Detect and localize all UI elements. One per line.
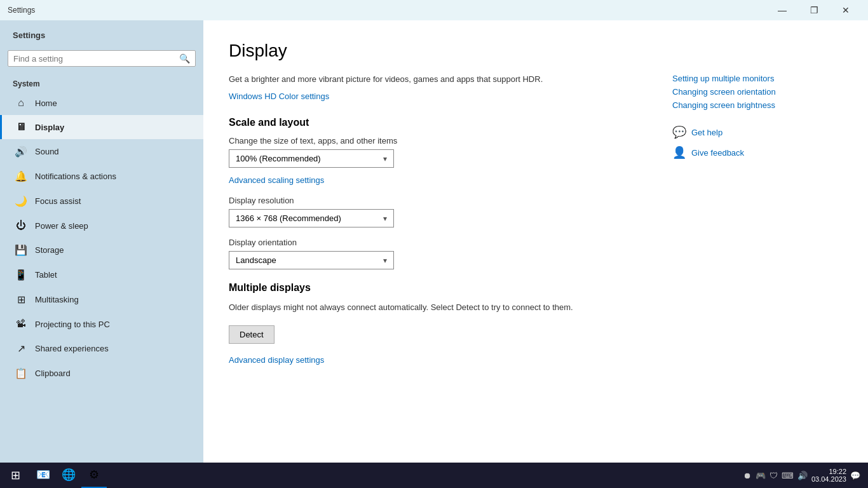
- taskbar-app-icon-1: 🌐: [62, 468, 76, 482]
- sidebar-item-icon-notifications: 🔔: [15, 170, 27, 182]
- taskbar-apps: 📧🌐⚙: [31, 463, 107, 488]
- sidebar-item-focus[interactable]: 🌙 Focus assist: [0, 189, 203, 214]
- sidebar-item-sound[interactable]: 🔊 Sound: [0, 139, 203, 164]
- titlebar-title: Settings: [8, 6, 35, 15]
- taskbar-time-display: 19:22: [811, 468, 846, 475]
- taskbar-app-chrome[interactable]: 🌐: [56, 463, 81, 488]
- search-box[interactable]: 🔍: [8, 50, 196, 67]
- sidebar-item-icon-display: 🖥: [15, 121, 27, 133]
- search-input[interactable]: [13, 54, 179, 64]
- close-button[interactable]: ✕: [831, 0, 860, 20]
- sidebar-item-shared[interactable]: ↗ Shared experiences: [0, 336, 203, 361]
- taskbar-app-mail[interactable]: 📧: [31, 463, 56, 488]
- orientation-label: Display orientation: [229, 238, 647, 247]
- orientation-dropdown-arrow: ▾: [383, 256, 387, 265]
- right-link-2[interactable]: Changing screen brightness: [672, 100, 837, 110]
- hdr-section: Get a brighter and more vibrant picture …: [229, 74, 647, 102]
- sidebar-item-multitasking[interactable]: ⊞ Multitasking: [0, 287, 203, 312]
- taskbar-system-icon-network[interactable]: 🛡: [770, 471, 778, 480]
- taskbar-clock[interactable]: 19:22 03.04.2023: [811, 468, 846, 483]
- scale-dropdown[interactable]: 100% (Recommended) ▾: [229, 149, 394, 168]
- windows-hd-color-link[interactable]: Windows HD Color settings: [229, 92, 329, 101]
- content-inner: Get a brighter and more vibrant picture …: [229, 74, 837, 365]
- resolution-field: Display resolution 868 × 488 (Recommend…: [229, 196, 647, 227]
- sidebar-item-label-home: Home: [35, 98, 57, 108]
- taskbar-app-icon-2: ⚙: [89, 468, 99, 482]
- taskbar-notification-icon[interactable]: 💬: [850, 471, 860, 480]
- taskbar-system-icon-keyboard[interactable]: ⌨: [782, 471, 794, 480]
- page-title: Display: [229, 41, 837, 61]
- content-right: Setting up multiple monitorsChanging scr…: [672, 74, 837, 365]
- sidebar-item-label-power: Power & sleep: [35, 221, 88, 231]
- sidebar-item-label-clipboard: Clipboard: [35, 369, 71, 378]
- right-action-icon-0: 💬: [672, 125, 686, 139]
- sidebar-item-clipboard[interactable]: 📋 Clipboard: [0, 361, 203, 386]
- right-action-icon-1: 👤: [672, 146, 686, 159]
- right-link-1[interactable]: Changing screen orientation: [672, 87, 837, 97]
- titlebar-controls: — ❐ ✕: [768, 0, 860, 20]
- sidebar: Settings 🔍 System ⌂ Home 🖥 Display 🔊 Sou…: [0, 20, 203, 463]
- scale-section-title: Scale and layout: [229, 117, 647, 128]
- start-button[interactable]: ⊞: [3, 463, 28, 488]
- multiple-displays-desc: Older displays might not always connect …: [229, 301, 647, 314]
- right-link-0[interactable]: Setting up multiple monitors: [672, 74, 837, 83]
- taskbar-system-icon-record[interactable]: ⏺: [743, 471, 752, 480]
- maximize-button[interactable]: ❐: [799, 0, 829, 20]
- scale-value: 100% (Recommended): [236, 154, 321, 163]
- hdr-description: Get a brighter and more vibrant picture …: [229, 74, 647, 85]
- orientation-dropdown[interactable]: Landscape ▾: [229, 251, 394, 269]
- sidebar-item-display[interactable]: 🖥 Display: [0, 115, 203, 139]
- app-body: Settings 🔍 System ⌂ Home 🖥 Display 🔊 Sou…: [0, 20, 868, 463]
- sidebar-item-home[interactable]: ⌂ Home: [0, 91, 203, 115]
- right-action-label-0: Get help: [691, 128, 722, 137]
- resolution-dropdown[interactable]: 868 × 488 (Recommended) ▾: [229, 209, 394, 227]
- orientation-value: Landscape: [236, 255, 276, 265]
- sidebar-item-icon-sound: 🔊: [15, 146, 27, 158]
- sidebar-item-label-tablet: Tablet: [35, 270, 57, 280]
- content-main: Get a brighter and more vibrant picture …: [229, 74, 647, 365]
- advanced-scaling-link[interactable]: Advanced scaling settings: [229, 175, 324, 185]
- scale-dropdown-arrow: ▾: [383, 154, 387, 163]
- sidebar-item-icon-home: ⌂: [15, 97, 27, 109]
- sidebar-item-icon-multitasking: ⊞: [15, 294, 27, 306]
- sidebar-item-notifications[interactable]: 🔔 Notifications & actions: [0, 164, 203, 189]
- resolution-label: Display resolution: [229, 196, 647, 205]
- taskbar-right: ⏺ 🎮 🛡 ⌨ 🔊 19:22 03.04.2023 💬: [743, 468, 865, 483]
- sidebar-item-label-storage: Storage: [35, 245, 64, 255]
- taskbar-app-settings[interactable]: ⚙: [81, 463, 107, 488]
- scale-field: Change the size of text, apps, and other…: [229, 136, 647, 186]
- multiple-displays-title: Multiple displays: [229, 282, 647, 294]
- right-action-1[interactable]: 👤 Give feedback: [672, 146, 837, 159]
- sidebar-item-label-sound: Sound: [35, 147, 59, 156]
- advanced-display-link[interactable]: Advanced display settings: [229, 355, 324, 365]
- sidebar-item-projecting[interactable]: 📽 Projecting to this PC: [0, 312, 203, 336]
- sidebar-item-icon-power: ⏻: [15, 220, 27, 231]
- right-actions: 💬 Get help 👤 Give feedback: [672, 125, 837, 159]
- titlebar: Settings — ❐ ✕: [0, 0, 868, 20]
- taskbar-system-icon-gpu[interactable]: 🎮: [756, 471, 766, 480]
- windows-icon: ⊞: [11, 468, 20, 482]
- right-action-0[interactable]: 💬 Get help: [672, 125, 837, 139]
- orientation-field: Display orientation Landscape ▾: [229, 238, 647, 269]
- sidebar-item-label-display: Display: [35, 123, 64, 132]
- taskbar-date-display: 03.04.2023: [811, 475, 846, 483]
- sidebar-item-power[interactable]: ⏻ Power & sleep: [0, 214, 203, 238]
- sidebar-item-icon-focus: 🌙: [15, 195, 27, 207]
- content-area: Display Get a brighter and more vibrant …: [203, 20, 868, 463]
- sidebar-item-label-shared: Shared experiences: [35, 344, 109, 353]
- sidebar-item-label-notifications: Notifications & actions: [35, 172, 116, 181]
- sidebar-item-tablet[interactable]: 📱 Tablet: [0, 262, 203, 287]
- search-icon[interactable]: 🔍: [179, 53, 190, 64]
- sidebar-item-label-projecting: Projecting to this PC: [35, 320, 110, 329]
- resolution-value: 868 × 488 (Recommended): [236, 214, 341, 223]
- minimize-button[interactable]: —: [768, 0, 797, 20]
- sidebar-item-storage[interactable]: 💾 Storage: [0, 238, 203, 262]
- right-action-label-1: Give feedback: [691, 148, 744, 158]
- sidebar-item-label-multitasking: Multitasking: [35, 295, 79, 304]
- sidebar-item-icon-tablet: 📱: [15, 269, 27, 281]
- sidebar-section-label: System: [0, 74, 203, 91]
- resolution-dropdown-arrow: ▾: [383, 214, 387, 223]
- detect-button[interactable]: Detect: [229, 325, 275, 344]
- taskbar-system-icon-volume[interactable]: 🔊: [797, 471, 808, 480]
- sidebar-header: Settings: [0, 20, 203, 45]
